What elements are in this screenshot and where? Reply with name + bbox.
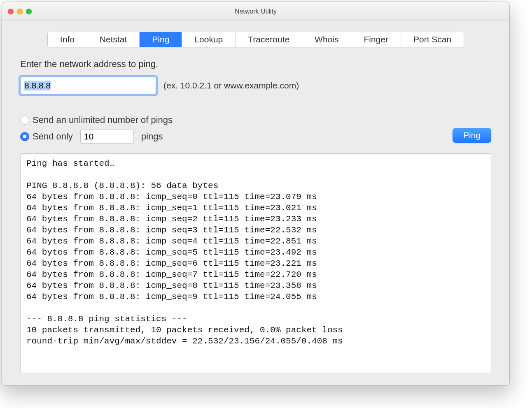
tab-info[interactable]: Info	[48, 32, 87, 47]
zoom-window-icon[interactable]	[26, 9, 32, 14]
tab-ping[interactable]: Ping	[140, 32, 182, 47]
ping-button[interactable]: Ping	[453, 128, 491, 143]
traffic-lights	[8, 9, 32, 14]
tab-whois[interactable]: Whois	[302, 32, 351, 47]
tab-lookup[interactable]: Lookup	[182, 32, 236, 47]
radio-unlimited[interactable]	[20, 116, 29, 125]
address-example-hint: (ex. 10.0.2.1 or www.example.com)	[163, 81, 299, 90]
radio-unlimited-row[interactable]: Send an unlimited number of pings	[20, 115, 491, 125]
tab-segmented-control: Info Netstat Ping Lookup Traceroute Whoi…	[47, 32, 464, 47]
radio-unlimited-label: Send an unlimited number of pings	[33, 115, 173, 125]
content-area: Enter the network address to ping. (ex. …	[2, 59, 509, 385]
tab-port-scan[interactable]: Port Scan	[401, 32, 464, 47]
tab-traceroute[interactable]: Traceroute	[236, 32, 302, 47]
app-window: Network Utility Info Netstat Ping Lookup…	[2, 2, 510, 386]
ping-output[interactable]: Ping has started… PING 8.8.8.8 (8.8.8.8)…	[20, 153, 491, 373]
window-title: Network Utility	[2, 8, 509, 15]
address-input-row: (ex. 10.0.2.1 or www.example.com)	[20, 77, 491, 94]
titlebar: Network Utility	[2, 2, 509, 21]
minimize-window-icon[interactable]	[17, 9, 23, 14]
address-input[interactable]	[20, 77, 156, 94]
tab-netstat[interactable]: Netstat	[87, 32, 140, 47]
address-prompt-label: Enter the network address to ping.	[20, 59, 491, 70]
action-row: Ping	[20, 128, 491, 143]
tabs-row: Info Netstat Ping Lookup Traceroute Whoi…	[2, 21, 509, 59]
tab-finger[interactable]: Finger	[351, 32, 401, 47]
close-window-icon[interactable]	[8, 9, 14, 14]
